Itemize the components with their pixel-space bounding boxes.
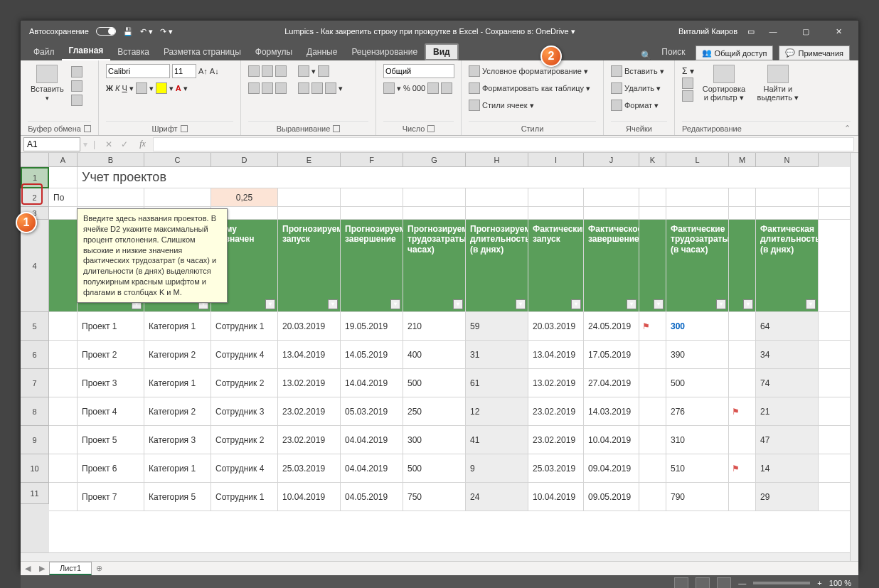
comments-button[interactable]: 💬 Примечания	[779, 46, 850, 60]
indent-dec-icon[interactable]	[298, 82, 309, 94]
ribbon-options-icon[interactable]: ▭	[747, 27, 755, 36]
cell[interactable]	[756, 207, 819, 219]
tab-view[interactable]: Вид	[425, 43, 459, 60]
cell[interactable]: 04.04.2019	[341, 454, 403, 482]
cell[interactable]	[49, 369, 78, 397]
cell[interactable]	[729, 188, 756, 206]
col-header-E[interactable]: E	[278, 153, 341, 167]
row-header-10[interactable]: 10	[21, 454, 49, 483]
cell[interactable]: 14.05.2019	[341, 341, 403, 368]
cell[interactable]: Фактические трудозатраты (в часах)▾	[666, 220, 729, 311]
cell[interactable]: 510	[666, 454, 729, 482]
undo-icon[interactable]: ↶ ▾	[140, 27, 153, 36]
cell[interactable]: 400	[403, 341, 466, 368]
cell[interactable]: Сотрудник 3	[211, 397, 278, 425]
zoom-in-icon[interactable]: +	[817, 579, 821, 587]
cell[interactable]: 12	[466, 397, 528, 425]
italic-button[interactable]: К	[115, 84, 119, 92]
cell[interactable]: ⚑	[639, 312, 666, 340]
cell[interactable]	[144, 188, 211, 206]
cut-icon[interactable]	[71, 66, 82, 77]
indent-inc-icon[interactable]	[311, 82, 323, 94]
formula-input[interactable]	[153, 137, 854, 151]
percent-icon[interactable]: %	[403, 84, 410, 92]
horizontal-scrollbar[interactable]	[21, 552, 850, 561]
cond-format-button[interactable]: Условное форматирование ▾	[469, 63, 596, 79]
cell[interactable]: 23.02.2019	[278, 426, 341, 454]
cell[interactable]: Сотрудник 4	[211, 341, 278, 368]
col-header-C[interactable]: C	[144, 153, 211, 167]
cell[interactable]: Проект 6	[78, 454, 144, 482]
grow-font-icon[interactable]: A↑	[198, 67, 208, 75]
number-format-select[interactable]	[383, 64, 454, 78]
cell[interactable]	[403, 207, 466, 219]
col-header-J[interactable]: J	[584, 153, 639, 167]
col-header-N[interactable]: N	[756, 153, 819, 167]
cell[interactable]: Сотрудник 1	[211, 312, 278, 340]
cell[interactable]	[49, 341, 78, 368]
cell[interactable]	[584, 207, 639, 219]
comma-icon[interactable]: 000	[412, 84, 425, 92]
cell[interactable]	[49, 220, 78, 311]
find-select-button[interactable]: Найти и выделить ▾	[754, 63, 802, 121]
filter-button[interactable]: ▾	[571, 299, 581, 309]
cell[interactable]: ⚑	[729, 397, 756, 425]
cell[interactable]	[729, 483, 756, 511]
fill-icon[interactable]	[682, 77, 693, 89]
shrink-font-icon[interactable]: A↓	[210, 67, 219, 75]
autosum-icon[interactable]: Σ ▾	[682, 66, 694, 76]
fill-color-icon[interactable]	[156, 82, 167, 94]
cell[interactable]: 14	[756, 454, 819, 482]
cell[interactable]: По	[49, 188, 78, 206]
col-header-B[interactable]: B	[78, 153, 144, 167]
merge-icon[interactable]	[325, 82, 336, 94]
name-box[interactable]	[23, 137, 80, 151]
cell[interactable]: 17.05.2019	[584, 341, 639, 368]
cell[interactable]	[666, 207, 729, 219]
maximize-button[interactable]: ▢	[792, 21, 820, 42]
cell[interactable]: 250	[403, 397, 466, 425]
cell[interactable]: 20.03.2019	[278, 312, 341, 340]
cell[interactable]: Проект 5	[78, 426, 144, 454]
col-header-I[interactable]: I	[528, 153, 584, 167]
cell[interactable]	[49, 397, 78, 425]
cell[interactable]	[278, 207, 341, 219]
cell[interactable]: 09.04.2019	[584, 454, 639, 482]
delete-cells-button[interactable]: Удалить ▾	[611, 80, 667, 96]
cell[interactable]: 500	[666, 369, 729, 397]
filter-button[interactable]: ▾	[743, 299, 753, 309]
search-icon[interactable]: 🔍	[638, 50, 654, 60]
col-header-G[interactable]: G	[403, 153, 466, 167]
cell[interactable]: Фактическое завершение▾	[584, 220, 639, 311]
cell[interactable]: 9	[466, 454, 528, 482]
cell[interactable]: Фактический запуск▾	[528, 220, 584, 311]
cell[interactable]: 10.04.2019	[584, 426, 639, 454]
sheet-nav-prev-icon[interactable]: ◀	[21, 564, 35, 573]
cell[interactable]: Категория 1	[144, 312, 211, 340]
align-launcher-icon[interactable]	[333, 125, 340, 132]
cell[interactable]: 500	[403, 369, 466, 397]
tab-formulas[interactable]: Формулы	[248, 43, 299, 60]
cell[interactable]: Сотрудник 2	[211, 426, 278, 454]
cell[interactable]	[278, 188, 341, 206]
cell[interactable]	[341, 188, 403, 206]
number-launcher-icon[interactable]	[427, 125, 435, 132]
cell[interactable]: Сотрудник 2	[211, 369, 278, 397]
cell[interactable]: 74	[756, 369, 819, 397]
row-header-4[interactable]: 4	[21, 220, 49, 312]
cell[interactable]: 29	[756, 483, 819, 511]
cell[interactable]: 24	[466, 483, 528, 511]
align-bot-icon[interactable]	[275, 65, 287, 77]
cell[interactable]: 13.02.2019	[278, 369, 341, 397]
cell[interactable]: 59	[466, 312, 528, 340]
cell[interactable]: 10.04.2019	[528, 483, 584, 511]
cell[interactable]: 05.03.2019	[341, 397, 403, 425]
cell[interactable]: 25.03.2019	[528, 454, 584, 482]
align-mid-icon[interactable]	[262, 65, 273, 77]
cell[interactable]: Категория 3	[144, 426, 211, 454]
sheet-nav-next-icon[interactable]: ▶	[35, 564, 49, 573]
view-pagebreak-icon[interactable]	[717, 577, 731, 588]
cell[interactable]: 21	[756, 397, 819, 425]
cell[interactable]: 500	[403, 454, 466, 482]
cell[interactable]	[639, 369, 666, 397]
